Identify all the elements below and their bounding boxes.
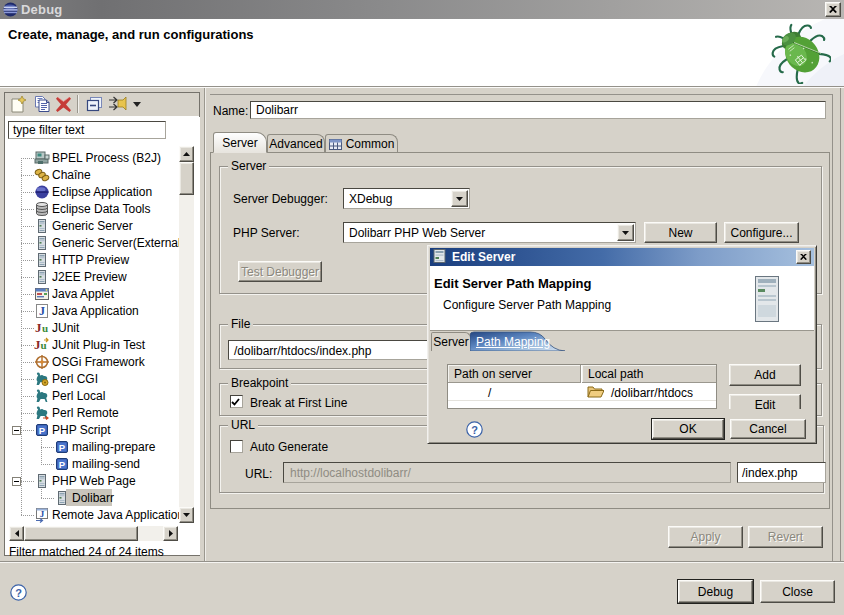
svg-text:?: ?: [15, 587, 22, 599]
svg-text:?: ?: [471, 424, 478, 436]
